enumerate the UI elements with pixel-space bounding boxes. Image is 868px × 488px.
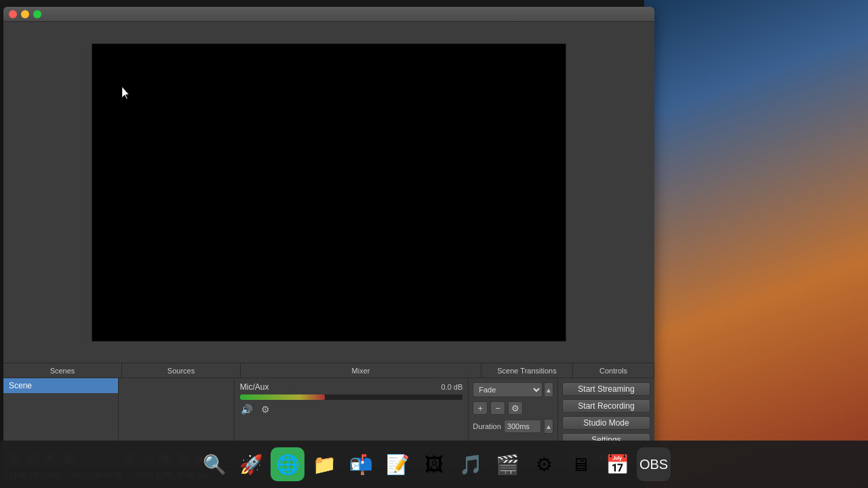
desktop-background [644, 0, 868, 488]
scene-item[interactable]: Scene [3, 378, 118, 393]
mixer-controls-row: 🔊 ⚙ [240, 403, 463, 416]
scene-transitions-header: Scene Transitions [481, 363, 573, 378]
controls-header: Controls [573, 363, 654, 378]
dock-icon-calendar[interactable]: 📅 [600, 447, 634, 481]
mixer-track-name: Mic/Aux [240, 382, 269, 392]
taskbar: 🔍 🚀 🌐 📁 📬 📝 🖼 🎵 🎬 ⚙ 🖥 📅 OBS [0, 441, 868, 488]
mixer-track-db: 0.0 dB [441, 383, 462, 391]
transitions-add-button[interactable]: + [473, 401, 488, 415]
source-list [119, 378, 233, 448]
close-button[interactable] [9, 10, 17, 18]
dock-icon-photos[interactable]: 🖼 [417, 447, 451, 481]
duration-row: Duration ▲ [473, 419, 553, 434]
dock-icon-obs[interactable]: OBS [637, 447, 671, 481]
dock-icon-settings[interactable]: ⚙ [527, 447, 561, 481]
sources-header: Sources [122, 363, 241, 378]
dock-icon-finder[interactable]: 🔍 [197, 447, 231, 481]
dock-icon-terminal[interactable]: 🖥 [564, 447, 597, 481]
transition-actions: + − ⚙ [473, 401, 553, 415]
transition-select[interactable]: Fade Cut Swipe Slide [473, 382, 542, 397]
dock-icon-music[interactable]: 🎵 [454, 447, 488, 481]
preview-canvas [92, 43, 566, 342]
scenes-header: Scenes [3, 363, 122, 378]
dock-icon-files[interactable]: 📁 [307, 447, 341, 481]
mixer-settings-icon[interactable]: ⚙ [259, 403, 273, 416]
dock-icon-notes[interactable]: 📝 [380, 447, 414, 481]
start-recording-button[interactable]: Start Recording [562, 399, 650, 413]
mixer-header: Mixer [241, 363, 481, 378]
minimize-button[interactable] [21, 10, 29, 18]
dock-icon-mail[interactable]: 📬 [344, 447, 378, 481]
transitions-remove-button[interactable]: − [490, 401, 505, 415]
dock-icon-launchpad[interactable]: 🚀 [234, 447, 268, 481]
transition-select-wrapper: Fade Cut Swipe Slide ▲ [473, 382, 553, 397]
duration-spin[interactable]: ▲ [544, 419, 553, 434]
maximize-button[interactable] [33, 10, 41, 18]
volume-bar-fill [240, 394, 325, 400]
speaker-icon[interactable]: 🔊 [240, 403, 254, 416]
volume-bar-container[interactable] [240, 394, 463, 400]
dock-icon-video[interactable]: 🎬 [490, 447, 524, 481]
duration-label: Duration [473, 422, 501, 430]
panel-headers: Scenes Sources Mixer Scene Transitions C… [3, 363, 654, 378]
mixer-track-header: Mic/Aux 0.0 dB [240, 382, 463, 392]
title-bar [3, 7, 654, 22]
mixer-track: Mic/Aux 0.0 dB 🔊 ⚙ [235, 378, 469, 420]
studio-mode-button[interactable]: Studio Mode [562, 416, 650, 430]
transitions-settings-button[interactable]: ⚙ [508, 401, 523, 415]
duration-input[interactable] [504, 420, 541, 433]
obs-window: Scenes Sources Mixer Scene Transitions C… [3, 7, 654, 481]
scene-list: Scene [3, 378, 118, 448]
dock-icon-browser[interactable]: 🌐 [271, 447, 304, 481]
transition-spin-up[interactable]: ▲ [544, 382, 553, 397]
preview-area [3, 22, 654, 363]
start-streaming-button[interactable]: Start Streaming [562, 382, 650, 396]
